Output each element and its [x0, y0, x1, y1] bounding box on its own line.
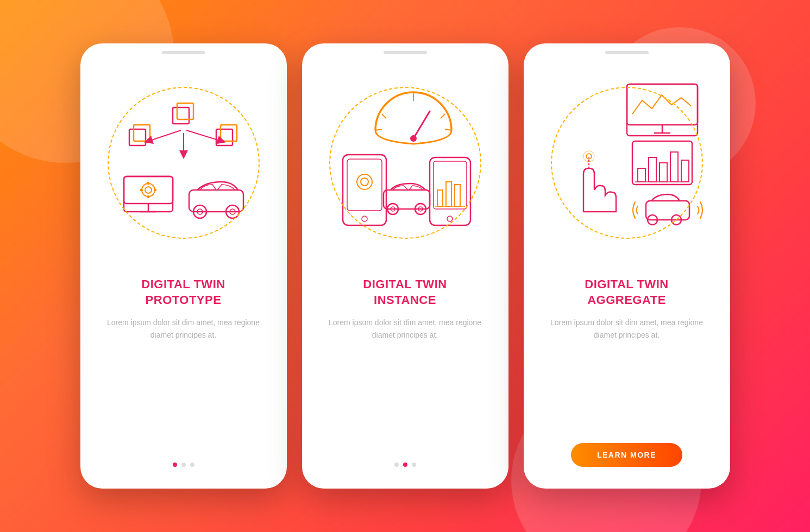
instance-description: Lorem ipsum dolor sit dim amet, mea regi… [318, 316, 492, 341]
illustration-prototype [80, 60, 287, 266]
dot-1-inactive-1 [181, 463, 186, 467]
phone-prototype-content: DIGITAL TWIN PROTOTYPE Lorem ipsum dolor… [80, 266, 287, 489]
dashed-circle-1 [108, 87, 260, 239]
phone-notch-2 [384, 51, 427, 54]
dot-1-inactive-2 [190, 463, 194, 467]
prototype-dots [173, 463, 194, 467]
aggregate-description: Lorem ipsum dolor sit dim amet, mea regi… [540, 316, 714, 341]
dashed-circle-2 [329, 87, 481, 239]
instance-dots [394, 463, 416, 467]
instance-title: DIGITAL TWIN INSTANCE [363, 277, 447, 308]
dot-2-inactive-2 [412, 463, 416, 467]
learn-more-button[interactable]: LEARN MORE [571, 443, 682, 467]
dot-2-inactive [394, 463, 399, 467]
phone-instance-content: DIGITAL TWIN INSTANCE Lorem ipsum dolor … [302, 266, 508, 489]
phone-aggregate-content: DIGITAL TWIN AGGREGATE Lorem ipsum dolor… [524, 266, 730, 489]
dashed-circle-3 [551, 87, 703, 239]
phone-prototype: DIGITAL TWIN PROTOTYPE Lorem ipsum dolor… [80, 43, 287, 489]
illustration-instance [302, 60, 508, 266]
phone-aggregate: DIGITAL TWIN AGGREGATE Lorem ipsum dolor… [524, 43, 730, 489]
phone-notch-1 [162, 51, 205, 54]
prototype-title: DIGITAL TWIN PROTOTYPE [141, 277, 225, 308]
dot-1-active [173, 463, 177, 467]
aggregate-title: DIGITAL TWIN AGGREGATE [585, 277, 668, 308]
phone-notch-3 [605, 51, 649, 54]
prototype-description: Lorem ipsum dolor sit dim amet, mea regi… [97, 316, 271, 341]
phone-instance: DIGITAL TWIN INSTANCE Lorem ipsum dolor … [302, 43, 508, 489]
phones-container: DIGITAL TWIN PROTOTYPE Lorem ipsum dolor… [80, 43, 730, 489]
illustration-aggregate [524, 60, 730, 266]
dot-2-active [403, 463, 407, 467]
